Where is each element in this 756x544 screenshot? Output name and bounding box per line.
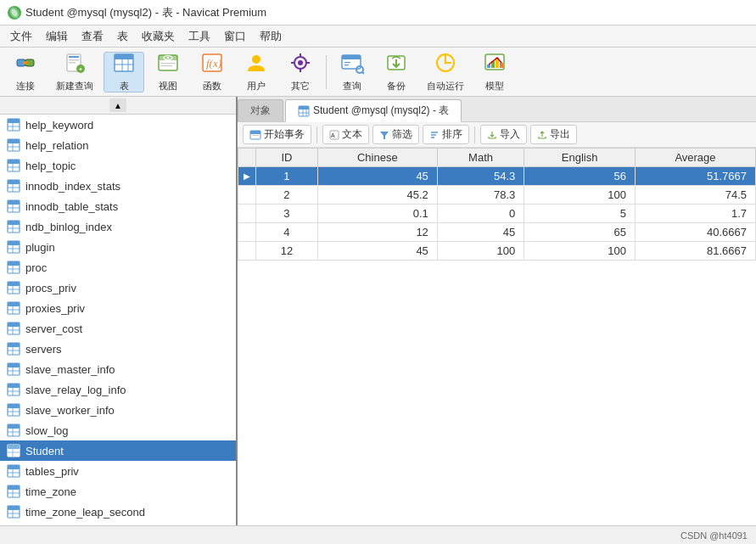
export-button[interactable]: 导出 (530, 125, 577, 144)
table-list-icon (7, 464, 20, 478)
sidebar-item-time_zone_leap_second[interactable]: time_zone_leap_second (0, 502, 236, 522)
sidebar-scroll-up[interactable]: ▲ (0, 97, 236, 115)
cell-chinese[interactable]: 45 (317, 167, 437, 186)
cell-math[interactable]: 78.3 (437, 186, 524, 205)
filter-button[interactable]: 筛选 (372, 125, 419, 144)
table-row[interactable]: 245.278.310074.5 (238, 186, 756, 205)
table-list-icon-wrap (7, 444, 20, 457)
sidebar-item-servers[interactable]: servers (0, 339, 236, 359)
backup-button[interactable]: 备份 (376, 52, 417, 93)
cell-id[interactable]: 2 (256, 186, 318, 205)
sidebar-item-slave_master_info[interactable]: slave_master_info (0, 359, 236, 379)
other-button[interactable]: 其它 (280, 52, 321, 93)
sidebar-item-slave_worker_info[interactable]: slave_worker_info (0, 400, 236, 420)
menu-help[interactable]: 帮助 (253, 27, 288, 46)
cell-english[interactable]: 5 (524, 205, 636, 223)
cell-average[interactable]: 74.5 (635, 186, 755, 205)
cell-id[interactable]: 12 (256, 242, 318, 261)
cell-id[interactable]: 1 (256, 167, 318, 186)
tab-objects[interactable]: 对象 (238, 99, 283, 121)
table-row[interactable]: 14554.35651.7667 (238, 167, 756, 186)
connect-button[interactable]: 连接 (5, 52, 46, 93)
table-row[interactable]: 412456540.6667 (238, 223, 756, 242)
svg-rect-117 (8, 465, 20, 469)
cell-math[interactable]: 45 (437, 223, 524, 242)
col-header-math[interactable]: Math (437, 149, 524, 167)
menu-tools[interactable]: 工具 (182, 27, 217, 46)
cell-average[interactable]: 81.6667 (635, 242, 755, 261)
col-header-chinese[interactable]: Chinese (317, 149, 437, 167)
cell-math[interactable]: 0 (437, 205, 524, 223)
svg-rect-37 (344, 64, 349, 65)
function-button[interactable]: f(x) 函数 (192, 52, 232, 93)
menu-table[interactable]: 表 (110, 27, 135, 46)
cell-chinese[interactable]: 12 (317, 223, 437, 242)
text-button[interactable]: A 文本 (322, 125, 369, 144)
user-button[interactable]: 用户 (236, 52, 277, 93)
sidebar-item-innodb_index_stats[interactable]: innodb_index_stats (0, 176, 236, 196)
tab-student-table[interactable]: Student @mysql (mysql2) - 表 (285, 99, 462, 122)
sort-button[interactable]: 排序 (423, 125, 469, 144)
sidebar-item-plugin[interactable]: plugin (0, 237, 236, 257)
cell-english[interactable]: 56 (524, 167, 636, 186)
model-button[interactable]: 模型 (474, 52, 515, 93)
sidebar-item-slave_relay_log_info[interactable]: slave_relay_log_info (0, 379, 236, 400)
table-row[interactable]: 30.1051.7 (238, 205, 756, 223)
svg-rect-97 (8, 363, 20, 367)
menu-window[interactable]: 窗口 (217, 27, 253, 46)
cell-average[interactable]: 1.7 (635, 205, 755, 223)
cell-id[interactable]: 3 (256, 205, 318, 223)
autorun-button[interactable]: 自动运行 (420, 52, 471, 93)
sidebar-item-slow_log[interactable]: slow_log (0, 420, 236, 440)
sidebar-item-help_topic[interactable]: help_topic (0, 155, 236, 176)
new-query-button[interactable]: 新建查询 (49, 52, 100, 93)
sidebar-item-label: plugin (25, 241, 55, 254)
col-header-id[interactable]: ID (256, 149, 318, 167)
view-button[interactable]: 视图 (148, 52, 188, 93)
menu-favorites[interactable]: 收藏夹 (135, 27, 182, 46)
sidebar-item-proc[interactable]: proc (0, 257, 236, 278)
col-header-english[interactable]: English (524, 149, 636, 167)
begin-transaction-button[interactable]: 开始事务 (243, 125, 311, 144)
sidebar-item-help_relation[interactable]: help_relation (0, 135, 236, 155)
cell-math[interactable]: 54.3 (437, 167, 524, 186)
toolbar-separator-1 (326, 55, 327, 89)
table-list-icon-wrap (7, 240, 20, 254)
cell-id[interactable]: 4 (256, 223, 318, 242)
sidebar-item-ndb_binlog_index[interactable]: ndb_binlog_index (0, 216, 236, 237)
scroll-up-button[interactable]: ▲ (109, 98, 126, 112)
cell-chinese[interactable]: 45.2 (317, 186, 437, 205)
cell-math[interactable]: 100 (437, 242, 524, 261)
sidebar-item-tables_priv[interactable]: tables_priv (0, 461, 236, 481)
tab-student-label: Student @mysql (mysql2) - 表 (313, 104, 449, 118)
sidebar-item-innodb_table_stats[interactable]: innodb_table_stats (0, 196, 236, 216)
table-list-icon (7, 444, 20, 457)
app-logo (7, 5, 22, 20)
table-row[interactable]: 124510010081.6667 (238, 242, 756, 261)
menu-edit[interactable]: 编辑 (39, 27, 75, 46)
menu-view[interactable]: 查看 (75, 27, 110, 46)
cell-chinese[interactable]: 45 (317, 242, 437, 261)
col-header-average[interactable]: Average (635, 149, 755, 167)
svg-rect-35 (342, 55, 361, 59)
svg-rect-105 (8, 404, 20, 408)
begin-transaction-label: 开始事务 (264, 127, 305, 142)
import-button[interactable]: 导入 (480, 125, 527, 144)
sidebar-item-procs_priv[interactable]: procs_priv (0, 278, 236, 298)
cell-average[interactable]: 51.7667 (635, 167, 755, 186)
table-button[interactable]: 表 (104, 52, 144, 93)
sidebar-item-server_cost[interactable]: server_cost (0, 318, 236, 339)
sidebar-item-time_zone[interactable]: time_zone (0, 481, 236, 502)
sidebar-item-help_keyword[interactable]: help_keyword (0, 115, 236, 135)
cell-chinese[interactable]: 0.1 (317, 205, 437, 223)
sidebar-item-proxies_priv[interactable]: proxies_priv (0, 298, 236, 318)
cell-average[interactable]: 40.6667 (635, 223, 755, 242)
cell-english[interactable]: 100 (524, 186, 636, 205)
query-button[interactable]: 查询 (332, 52, 372, 93)
sidebar-item-time_zone_name[interactable]: time_zone_name (0, 522, 236, 525)
cell-english[interactable]: 100 (524, 242, 636, 261)
sidebar-item-student[interactable]: Student (0, 440, 236, 461)
cell-english[interactable]: 65 (524, 223, 636, 242)
menu-file[interactable]: 文件 (3, 27, 39, 46)
menu-bar: 文件 编辑 查看 表 收藏夹 工具 窗口 帮助 (0, 25, 756, 48)
